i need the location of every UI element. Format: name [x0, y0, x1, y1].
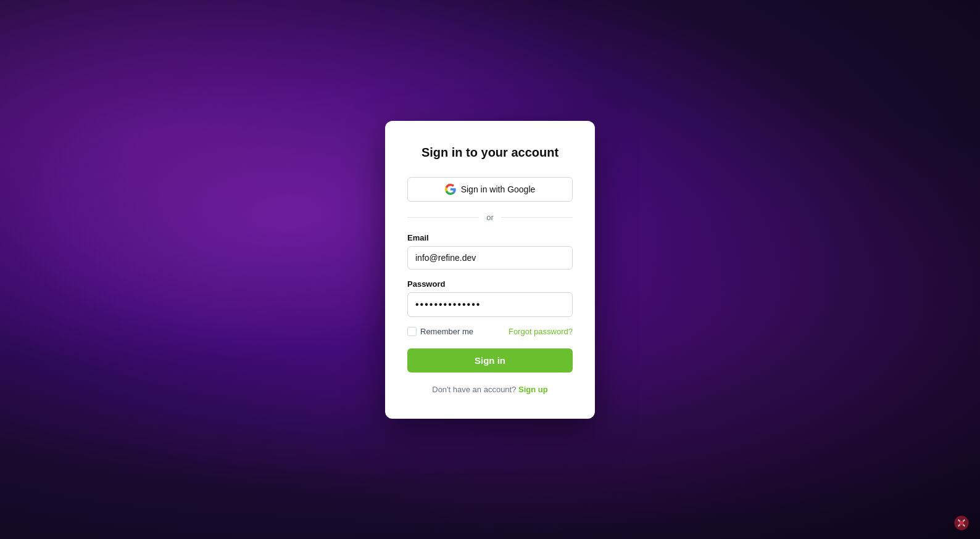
- forgot-password-link[interactable]: Forgot password?: [509, 327, 573, 336]
- password-input[interactable]: [407, 292, 573, 317]
- google-button-label: Sign in with Google: [461, 184, 536, 194]
- form-footer: Remember me Forgot password?: [407, 327, 573, 336]
- remember-me-text: Remember me: [420, 327, 473, 336]
- password-group: Password: [407, 279, 573, 317]
- remember-me-label[interactable]: Remember me: [407, 327, 473, 336]
- sign-in-button[interactable]: Sign in: [407, 348, 573, 372]
- watermark: [953, 514, 970, 532]
- login-card: Sign in to your account Sign in with Goo…: [385, 121, 595, 419]
- remember-me-checkbox[interactable]: [407, 327, 417, 336]
- google-sign-in-button[interactable]: Sign in with Google: [407, 177, 573, 202]
- signup-prompt: Don't have an account? Sign up: [407, 385, 573, 394]
- svg-point-1: [960, 521, 964, 525]
- password-label: Password: [407, 279, 573, 289]
- email-group: Email: [407, 233, 573, 270]
- watermark-icon: [953, 514, 970, 532]
- sign-up-link[interactable]: Sign up: [518, 385, 548, 394]
- divider-line-left: [407, 217, 479, 218]
- divider: or: [407, 213, 573, 222]
- divider-text: or: [486, 213, 494, 222]
- no-account-text: Don't have an account?: [432, 385, 516, 394]
- google-icon: [445, 184, 456, 195]
- email-label: Email: [407, 233, 573, 242]
- card-title: Sign in to your account: [407, 146, 573, 160]
- email-input[interactable]: [407, 246, 573, 270]
- divider-line-right: [501, 217, 573, 218]
